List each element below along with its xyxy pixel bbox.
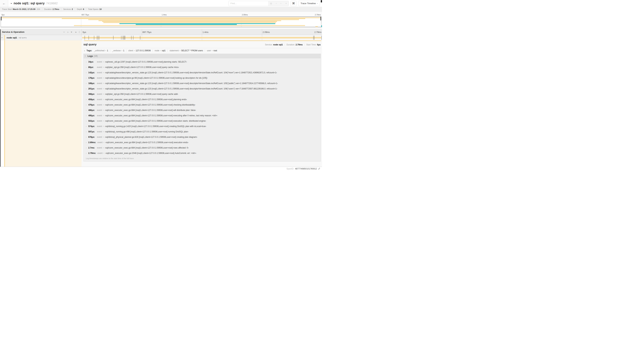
log-field-key: event: [97, 66, 102, 69]
span-row-track[interactable]: [82, 35, 322, 40]
log-row[interactable]: ›486μs:event=‹sql/conn_executor_exec.go:…: [84, 107, 320, 113]
log-timestamp: 459μs:: [88, 98, 96, 101]
depth-label: Depth: [77, 8, 82, 10]
corner-artifact: [321, 0, 322, 3]
focus-match-icon[interactable]: ◎: [268, 2, 274, 5]
log-chevron-icon: ›: [86, 88, 88, 90]
command-icon: ⌘: [292, 2, 295, 5]
copy-link-icon[interactable]: [318, 168, 320, 170]
logs-accordion-header[interactable]: › Logs (18): [84, 54, 320, 58]
minimap-span-bar: [102, 21, 277, 22]
span-meta: Service:node sql1 Duration:2.79ms Start …: [265, 44, 322, 46]
tags-accordion[interactable]: › Tags: _unfinished=1_verbose=1client=12…: [84, 48, 321, 53]
log-chevron-icon: ›: [86, 147, 88, 149]
divider: [84, 48, 321, 48]
log-marker-tick: [124, 36, 124, 40]
log-row[interactable]: ›34μs:event=‹sql/exec_util.go:2297 [nsql…: [84, 59, 320, 65]
log-marker-tick: [123, 36, 123, 40]
log-row[interactable]: ›2.69ms:event=‹sql/conn_executor_exec.go…: [84, 140, 320, 145]
detail-header: sql query Service:node sql1 Duration:2.7…: [84, 43, 321, 46]
log-row[interactable]: ›176μs:event=‹sql/catalog/descs/descript…: [84, 75, 320, 81]
log-row[interactable]: ›678μs:event=‹sql/distsql_physical_plann…: [84, 134, 320, 140]
next-match-icon[interactable]: ›: [280, 1, 282, 6]
log-marker-tick: [94, 36, 94, 40]
minimap-canvas[interactable]: [1, 17, 321, 27]
back-button[interactable]: ←: [0, 0, 8, 7]
collapse-deep-icon[interactable]: »: [70, 31, 73, 33]
clear-find-icon[interactable]: ×: [284, 2, 288, 5]
divider: [284, 44, 285, 46]
span-collapse-chevron-icon[interactable]: ›: [1, 37, 4, 38]
collapse-all-icon[interactable]: ›: [63, 32, 66, 33]
footer-bar: SpanID: 4877749850101760812: [0, 167, 322, 171]
log-row[interactable]: ›366μs:event=‹sql/plan_opt.go:358 [nsql1…: [84, 91, 320, 97]
tick-label: 2.09ms: [262, 31, 270, 34]
log-row[interactable]: ›189μs:event=‹sql/catalog/lease/descript…: [84, 81, 320, 86]
column-resize-grip[interactable]: [79, 31, 80, 33]
log-row[interactable]: ›80μs:event=‹sql/plan_opt.go:358 [nsql1,…: [84, 65, 320, 70]
log-field-value: ‹sql/conn_executor_exec.go:684 [nsql1,cl…: [105, 104, 195, 106]
timeline-header: Service & Operation › › » » 0μs 697.75μs…: [0, 29, 322, 35]
log-field-key: event: [98, 152, 102, 154]
services-label: Services: [63, 8, 71, 10]
log-field-value: ‹sql/catalog/lease/descriptor_version_st…: [105, 82, 278, 85]
span-duration-bar[interactable]: [82, 37, 321, 39]
expand-one-icon[interactable]: ›: [68, 31, 68, 33]
log-row[interactable]: ›2.7ms:event=‹sql/conn_executor_exec.go:…: [84, 145, 320, 150]
log-row[interactable]: ›2.79ms:event=‹sql/conn_executor_exec.go…: [84, 150, 320, 156]
log-field-value: ‹sql/conn_executor_exec.go:684 [nsql1,cl…: [105, 147, 188, 149]
log-timestamp: 574μs:: [88, 125, 96, 128]
minimap-span-bar: [74, 25, 305, 26]
log-row[interactable]: ›459μs:event=‹sql/conn_executor_exec.go:…: [84, 97, 320, 102]
log-row[interactable]: ›502μs:event=‹sql/conn_executor_exec.go:…: [84, 118, 320, 124]
indent-gutter: [0, 40, 4, 167]
span-color-strip: [4, 35, 5, 40]
minimap-span-bar: [316, 26, 318, 27]
find-buttons: ◎ › › ×: [268, 1, 288, 6]
log-row[interactable]: ›597μs:event=‹sql/distsql_running.go:498…: [84, 129, 320, 134]
span-detail-panel: sql query Service:node sql1 Duration:2.7…: [82, 40, 322, 167]
divider: [75, 8, 75, 11]
expand-all-icon[interactable]: »: [75, 31, 76, 33]
log-field-key: event: [97, 136, 102, 138]
keyboard-shortcuts-button[interactable]: ⌘: [290, 1, 296, 6]
log-field-key: event: [97, 147, 102, 149]
start-time-label: Start Time:: [306, 44, 316, 46]
viewport-left-handle[interactable]: [1, 17, 2, 21]
prev-match-icon[interactable]: ›: [275, 1, 277, 6]
log-chevron-icon: ›: [86, 66, 88, 68]
collapse-trace-chevron-icon[interactable]: ›: [10, 3, 13, 4]
duration-label: Duration:: [286, 44, 295, 46]
chevron-down-icon: ›: [316, 3, 318, 4]
logs-count: (18): [94, 55, 98, 57]
log-row[interactable]: ›574μs:event=‹sql/distsql_running.go:142…: [84, 124, 320, 129]
log-row[interactable]: ›142μs:event=‹sql/catalog/lease/descript…: [84, 70, 320, 75]
log-marker-tick: [125, 36, 125, 40]
log-row[interactable]: ›201μs:event=‹sql/catalog/lease/descript…: [84, 86, 320, 91]
find-input[interactable]: [228, 1, 268, 6]
view-selector-button[interactable]: Trace Timeline ›: [298, 1, 320, 6]
tick-label: 2.79ms: [314, 31, 322, 34]
timeline-ruler: 0μs 697.75μs 1.4ms 2.09ms 2.79ms: [82, 29, 322, 35]
viewport-right-handle[interactable]: [320, 17, 321, 21]
log-chevron-icon: ›: [86, 61, 88, 63]
log-row[interactable]: ›495μs:event=‹sql/conn_executor_exec.go:…: [84, 113, 320, 118]
log-row[interactable]: ›476μs:event=‹sql/conn_executor_exec.go:…: [84, 102, 320, 107]
divider: [304, 44, 304, 46]
minimap-span-bar: [1, 17, 321, 18]
top-bar: ← › node sql1: sql query 7418682 ◎ › › ×…: [0, 0, 322, 7]
log-field-key: event: [97, 98, 102, 101]
service-value: node sql1: [273, 44, 283, 46]
total-spans-label: Total Spans: [88, 8, 98, 10]
log-chevron-icon: ›: [86, 131, 88, 133]
span-row[interactable]: › node sql1 sql query: [0, 35, 322, 40]
log-field-value: ‹sql/conn_executor_exec.go:684 [nsql1,cl…: [105, 114, 218, 117]
log-marker-tick: [322, 36, 322, 40]
tag-item: node=sql1: [154, 49, 166, 52]
log-field-key: event: [97, 88, 102, 90]
log-timestamp: 495μs:: [88, 114, 96, 117]
vertical-scrollbar[interactable]: [0, 29, 1, 169]
minimap-span-bar: [120, 23, 276, 24]
indent-color-strip: [4, 40, 5, 167]
top-controls: ◎ › › × ⌘ Trace Timeline ›: [228, 1, 322, 6]
